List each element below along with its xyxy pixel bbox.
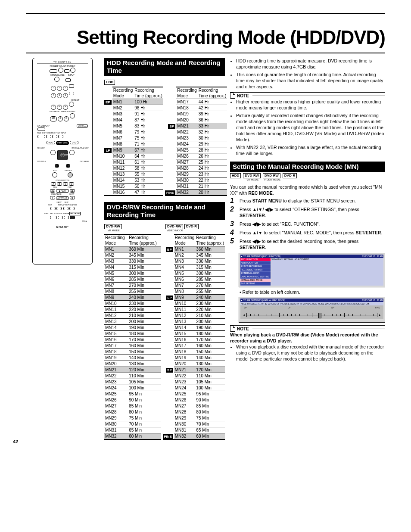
- mode-tag: DVD-RWVIDEO MODE: [263, 173, 282, 181]
- step-3: 3Press ◀/▶ to select "REC. FUNCTION".: [230, 221, 385, 227]
- dvd-heading: DVD-R/RW Recording Mode and Recording Ti…: [104, 202, 225, 220]
- info-bullet: This does not guarantee the length of re…: [236, 72, 385, 90]
- recording-table: RecordingModeRecordingTime (approx.)MN13…: [104, 234, 161, 440]
- recording-table: RecordingModeRecordingTime (approx.)EPMN…: [163, 234, 225, 440]
- recording-table: RecordingModeRecordingTime (approx.)EPMN…: [104, 87, 163, 196]
- step-1: 1Press START MENU to display the START M…: [230, 198, 385, 204]
- screenshot-manual-rec-mode: ■ OTHER SETTINGS [MANUAL REC. MODE]12/25…: [239, 297, 385, 323]
- info-bullet: HDD recording time is approximate measur…: [236, 58, 385, 70]
- manual-heading: Setting the Manual Recording Mode (MN): [230, 162, 385, 172]
- hdd-tag: HDD: [104, 80, 115, 85]
- note-icon: [230, 326, 235, 332]
- step-5: 5Press ◀/▶ to select the desired recordi…: [230, 238, 385, 250]
- note2-bullet: When you playback a disc recorded with t…: [236, 344, 385, 362]
- step-2: 2Press ▲/▼/ ◀/▶ to select "OTHER SETTING…: [230, 206, 385, 218]
- note-header-1: NOTE: [230, 92, 385, 99]
- note-header-2: NOTE: [230, 325, 385, 332]
- mode-tag: HDD: [230, 173, 242, 181]
- remote-illustration: TV CONTROL POWER VOL CH POWER OPEN/CLOSE…: [32, 58, 93, 264]
- page-number: 42: [13, 439, 18, 444]
- note-bullet: Picture quality of recorded content chan…: [236, 112, 385, 143]
- screenshot-rec-function: ■ OTHER SETTINGS [REC. FUNCTION]12/25 SA…: [239, 253, 385, 287]
- page-title: Setting Recording Mode (HDD/DVD): [26, 27, 385, 48]
- step-4: 4Press ▲/▼ to select "MANUAL REC. MODE",…: [230, 230, 385, 236]
- hdd-heading: HDD Recording Mode and Recording Time: [104, 58, 225, 76]
- mode-tag: DVD-RWVR MODE: [243, 173, 262, 181]
- note-bullet: Higher recording mode means higher pictu…: [236, 99, 385, 111]
- note-bullet: With MN22-32, VBR recording has a large …: [236, 144, 385, 156]
- recording-table: RecordingModeRecordingTime (approx.)MN17…: [165, 87, 227, 196]
- mode-tag: DVD-R: [283, 173, 298, 181]
- note-icon: [230, 93, 235, 99]
